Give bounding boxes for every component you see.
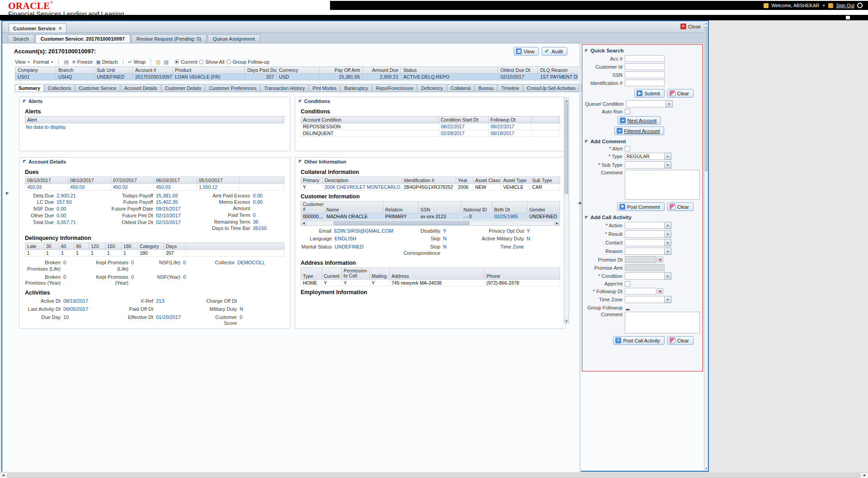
- col-account-no[interactable]: Account #: [133, 67, 173, 74]
- nav-tab-queue-assignment[interactable]: Queue Assignment: [208, 34, 260, 43]
- scrollbar-thumb[interactable]: [7, 473, 861, 478]
- group-followup-checkbox[interactable]: ▂: [626, 305, 629, 310]
- account-row[interactable]: US01 USHQ UNDEFINED 20170100010097 LOAN …: [15, 74, 578, 80]
- account-details-panel-header[interactable]: Account Details: [19, 158, 290, 165]
- add-comment-header[interactable]: Add Comment: [585, 139, 700, 144]
- tab-pmt-modes[interactable]: Pmt Modes: [309, 84, 340, 92]
- format-menu[interactable]: Format▼: [33, 59, 54, 65]
- action-select[interactable]: ▼: [625, 222, 671, 229]
- tab-collateral[interactable]: Collateral: [447, 84, 474, 92]
- radio-group-followup[interactable]: [226, 60, 231, 64]
- dues-row[interactable]: 450.03 450.03 450.03 450.03 1,550.12: [25, 183, 284, 190]
- calendar-icon[interactable]: ▦: [657, 257, 663, 262]
- tab-transaction-history[interactable]: Transaction History: [260, 84, 308, 92]
- scroll-left-icon[interactable]: ◀: [301, 221, 307, 225]
- next-account-button[interactable]: ➔Next Account: [618, 116, 661, 125]
- col-dlq-reason[interactable]: DLQ Reason: [538, 67, 578, 74]
- view-menu[interactable]: View▼: [15, 59, 30, 65]
- col-pay-off-amt[interactable]: Pay Off Amt: [320, 67, 363, 74]
- radio-current[interactable]: [175, 60, 179, 64]
- reason-select[interactable]: ▼: [625, 248, 671, 255]
- collateral-description-link[interactable]: 2006 CHEVROLET MONTECARLO 2DR: [323, 183, 402, 190]
- post-call-activity-button[interactable]: ✆Post Call Activity: [613, 336, 664, 345]
- alerts-panel-header[interactable]: Alerts: [19, 97, 290, 104]
- bottom-hscrollbar[interactable]: ◀ ▶: [0, 472, 868, 478]
- right-panel-splitter[interactable]: ◀: [579, 43, 581, 473]
- profile-icon[interactable]: [857, 3, 863, 8]
- chat-icon[interactable]: [846, 16, 850, 19]
- col-days-past-due[interactable]: Days Past Due: [245, 67, 277, 74]
- comment-textarea[interactable]: [625, 170, 700, 200]
- col-birth-dt[interactable]: Birth Dt: [492, 201, 528, 213]
- time-zone-select[interactable]: ▼: [625, 296, 671, 303]
- delinq-col[interactable]: 180: [122, 243, 138, 250]
- promise-amt-input[interactable]: [625, 264, 665, 271]
- print-icon[interactable]: ▨: [164, 59, 168, 65]
- col-relation[interactable]: Relation: [383, 201, 419, 213]
- delinq-col[interactable]: 150: [105, 243, 122, 250]
- nav-tab-review-request[interactable]: Review Request (Pending: 0): [131, 34, 207, 43]
- col-type[interactable]: Type: [301, 267, 322, 279]
- freeze-button[interactable]: ❄Freeze: [72, 59, 93, 65]
- collapse-right-panel-icon[interactable]: ◀: [578, 201, 581, 205]
- collateral-row[interactable]: Y 2006 CHEVROLET MONTECARLO 2DR 2B4GP45G…: [301, 183, 560, 190]
- alert-checkbox[interactable]: [625, 146, 630, 151]
- clear-call-activity-button[interactable]: Clear: [667, 336, 693, 345]
- col-status[interactable]: Status: [401, 67, 498, 74]
- col-national-id[interactable]: National ID: [462, 201, 492, 213]
- dues-col[interactable]: 07/10/2017: [111, 177, 154, 183]
- add-call-activity-header[interactable]: Add Call Activity: [585, 215, 700, 220]
- col-description[interactable]: Description: [323, 177, 402, 183]
- scroll-left-icon[interactable]: ◀: [0, 473, 6, 477]
- clear-comment-button[interactable]: Clear: [667, 202, 693, 211]
- view-button[interactable]: ▦ View: [514, 47, 539, 56]
- col-sub-unit[interactable]: Sub Unit: [94, 67, 133, 74]
- scroll-right-icon[interactable]: ▶: [554, 221, 560, 225]
- expand-left-splitter-icon[interactable]: ▶: [6, 191, 9, 195]
- dues-col[interactable]: 08/10/2017: [68, 177, 111, 183]
- col-oldest-due-dt[interactable]: Oldest Due Dt: [498, 67, 538, 74]
- tab-customer-details[interactable]: Customer Details: [161, 84, 205, 92]
- col-ssn[interactable]: SSN: [419, 201, 462, 213]
- other-information-panel-header[interactable]: Other Information: [295, 158, 566, 165]
- delinq-col[interactable]: 60: [59, 243, 74, 250]
- conditions-panel-header[interactable]: Conditions: [295, 97, 566, 104]
- appointment-checkbox[interactable]: [625, 281, 630, 286]
- promise-dt-input[interactable]: [625, 256, 656, 263]
- radio-show-all[interactable]: [199, 60, 203, 64]
- acc-number-input[interactable]: [625, 55, 665, 62]
- window-tab-customer-service[interactable]: Customer Service ✕: [9, 23, 66, 33]
- col-primary[interactable]: Primary: [301, 177, 323, 183]
- clear-button[interactable]: Clear: [667, 89, 693, 98]
- col-company[interactable]: Company: [15, 67, 56, 74]
- col-permission-to-call[interactable]: Permission to Call: [342, 267, 370, 279]
- delinq-col[interactable]: 120: [89, 243, 105, 250]
- queue-condition-select[interactable]: ▼: [626, 100, 673, 108]
- call-comment-textarea[interactable]: [625, 312, 700, 333]
- col-asset-type[interactable]: Asset Type: [501, 177, 530, 183]
- detach-button[interactable]: ▣Detach: [96, 59, 118, 65]
- col-sub-type[interactable]: Sub Type: [530, 177, 560, 183]
- tab-bureau[interactable]: Bureau: [475, 84, 497, 92]
- wrap-button[interactable]: ↵Wrap: [128, 59, 146, 65]
- col-asset-class[interactable]: Asset Class: [473, 177, 501, 183]
- tab-customer-service[interactable]: Customer Service: [75, 84, 120, 92]
- calendar-icon[interactable]: ▦: [657, 288, 663, 294]
- dues-col[interactable]: 06/10/2017: [154, 177, 197, 183]
- scroll-right-icon[interactable]: ▶: [862, 473, 868, 477]
- auto-run-checkbox[interactable]: [625, 109, 630, 114]
- col-address[interactable]: Address: [390, 267, 485, 279]
- delinquency-row[interactable]: 1 1 1 1 1 1 1 180 207: [25, 250, 284, 257]
- col-alert[interactable]: Alert: [25, 117, 284, 123]
- col-amount-due[interactable]: Amount Due: [363, 67, 401, 74]
- filtered-account-button[interactable]: ➔Filtered Account: [614, 127, 665, 135]
- ssn-input[interactable]: [625, 71, 665, 78]
- customer-table-hscrollbar[interactable]: ◀ ▶: [301, 220, 560, 226]
- currency-icon[interactable]: ▥: [156, 59, 160, 65]
- audit-button[interactable]: ✔ Audit: [542, 47, 567, 56]
- col-followup-dt[interactable]: Followup Dt: [489, 117, 532, 123]
- post-comment-button[interactable]: ✚Post Comment: [617, 202, 665, 211]
- tab-collections[interactable]: Collections: [44, 84, 75, 92]
- comment-type-select[interactable]: REGULAR▼: [625, 153, 671, 160]
- tab-cross-up-sell[interactable]: Cross/Up Sell Activities: [523, 84, 579, 92]
